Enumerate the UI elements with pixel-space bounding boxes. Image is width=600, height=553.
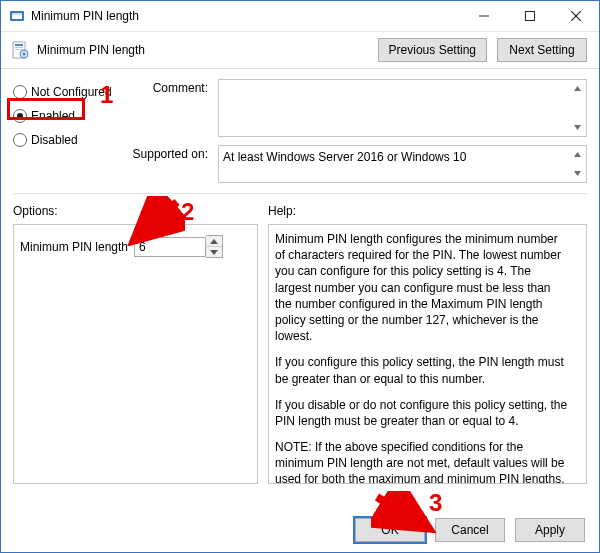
comment-textarea[interactable] bbox=[218, 79, 587, 137]
comment-row: Comment: bbox=[123, 79, 587, 137]
help-paragraph: If you configure this policy setting, th… bbox=[275, 354, 568, 386]
dialog-footer: OK Cancel Apply bbox=[355, 518, 585, 542]
help-box[interactable]: Minimum PIN length configures the minimu… bbox=[268, 224, 587, 484]
radio-disabled[interactable]: Disabled bbox=[13, 133, 113, 147]
minimize-button[interactable] bbox=[461, 1, 507, 31]
help-paragraph: NOTE: If the above specified conditions … bbox=[275, 439, 568, 484]
state-radio-group: Not Configured Enabled Disabled bbox=[13, 79, 113, 183]
config-area: Not Configured Enabled Disabled Comment: bbox=[1, 69, 599, 187]
maximize-button[interactable] bbox=[507, 1, 553, 31]
svg-marker-15 bbox=[574, 152, 581, 157]
spin-buttons bbox=[206, 235, 223, 258]
radio-enabled[interactable]: Enabled bbox=[13, 109, 113, 123]
options-box: Minimum PIN length bbox=[13, 224, 258, 484]
min-pin-length-input[interactable] bbox=[134, 237, 206, 257]
nav-buttons: Previous Setting Next Setting bbox=[378, 38, 587, 62]
radio-not-configured[interactable]: Not Configured bbox=[13, 85, 113, 99]
window-title: Minimum PIN length bbox=[31, 9, 461, 23]
radio-disabled-label: Disabled bbox=[31, 133, 78, 147]
min-pin-length-label: Minimum PIN length bbox=[20, 240, 128, 254]
svg-rect-4 bbox=[526, 12, 535, 21]
svg-marker-17 bbox=[210, 239, 218, 244]
supported-label: Supported on: bbox=[123, 145, 208, 183]
svg-rect-10 bbox=[15, 49, 23, 50]
radio-enabled-label: Enabled bbox=[31, 109, 75, 123]
scroll-down-icon[interactable] bbox=[569, 165, 586, 182]
help-column: Help: Minimum PIN length configures the … bbox=[268, 204, 587, 504]
help-paragraph: Minimum PIN length configures the minimu… bbox=[275, 231, 568, 344]
radio-not-configured-label: Not Configured bbox=[31, 85, 112, 99]
apply-button[interactable]: Apply bbox=[515, 518, 585, 542]
spin-down-button[interactable] bbox=[206, 247, 222, 257]
svg-marker-18 bbox=[210, 250, 218, 255]
ok-button[interactable]: OK bbox=[355, 518, 425, 542]
titlebar: Minimum PIN length bbox=[1, 1, 599, 32]
svg-marker-14 bbox=[574, 125, 581, 130]
policy-icon bbox=[9, 8, 25, 24]
scroll-up-icon[interactable] bbox=[569, 80, 586, 97]
window-controls bbox=[461, 1, 599, 31]
horizontal-divider bbox=[13, 193, 587, 194]
help-label: Help: bbox=[268, 204, 587, 218]
spin-up-button[interactable] bbox=[206, 236, 222, 247]
radio-circle-icon bbox=[13, 133, 27, 147]
supported-textarea: At least Windows Server 2016 or Windows … bbox=[218, 145, 587, 183]
radio-circle-icon bbox=[13, 109, 27, 123]
svg-marker-13 bbox=[574, 86, 581, 91]
options-help-split: Options: Minimum PIN length Help: Minimu… bbox=[1, 200, 599, 504]
policy-header: Minimum PIN length Previous Setting Next… bbox=[1, 32, 599, 69]
scroll-down-icon[interactable] bbox=[569, 119, 586, 136]
scroll-up-icon[interactable] bbox=[569, 146, 586, 163]
options-column: Options: Minimum PIN length bbox=[13, 204, 258, 504]
svg-rect-9 bbox=[15, 47, 23, 48]
supported-value: At least Windows Server 2016 or Windows … bbox=[223, 150, 466, 164]
comment-label: Comment: bbox=[123, 79, 208, 137]
min-pin-length-field: Minimum PIN length bbox=[20, 235, 251, 258]
policy-name-label: Minimum PIN length bbox=[37, 43, 378, 57]
help-paragraph: If you disable or do not configure this … bbox=[275, 397, 568, 429]
close-button[interactable] bbox=[553, 1, 599, 31]
radio-circle-icon bbox=[13, 85, 27, 99]
supported-row: Supported on: At least Windows Server 20… bbox=[123, 145, 587, 183]
next-setting-button[interactable]: Next Setting bbox=[497, 38, 587, 62]
svg-rect-8 bbox=[15, 44, 23, 46]
policy-sheet-icon bbox=[11, 41, 29, 59]
options-label: Options: bbox=[13, 204, 258, 218]
svg-marker-16 bbox=[574, 171, 581, 176]
fields-column: Comment: Supported on: At least Windows … bbox=[123, 79, 587, 183]
svg-point-12 bbox=[23, 53, 26, 56]
gpo-policy-editor-window: Minimum PIN length Minimum PIN length Pr… bbox=[0, 0, 600, 553]
cancel-button[interactable]: Cancel bbox=[435, 518, 505, 542]
previous-setting-button[interactable]: Previous Setting bbox=[378, 38, 487, 62]
svg-rect-2 bbox=[12, 13, 22, 15]
